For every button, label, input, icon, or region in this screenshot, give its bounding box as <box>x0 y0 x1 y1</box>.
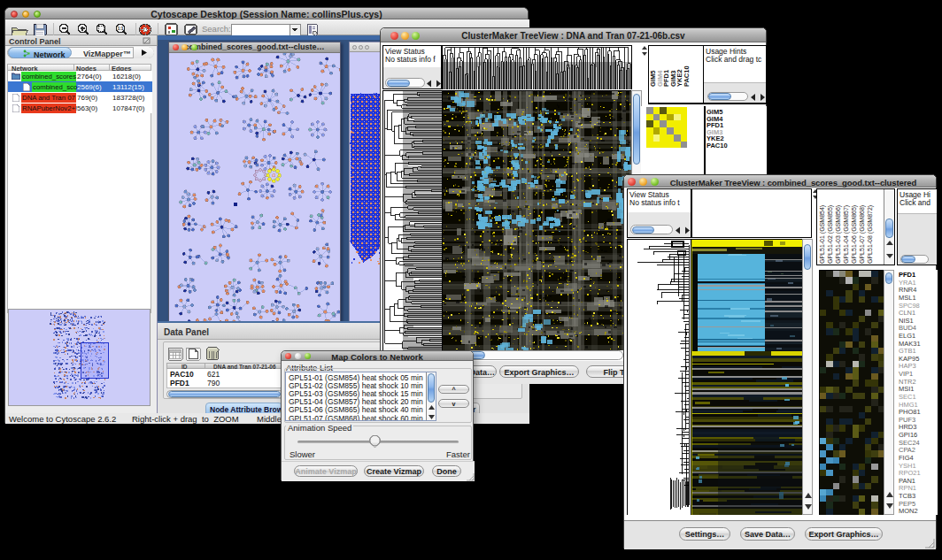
svg-text:GPL51-08 (GSM872): GPL51-08 (GSM872) <box>867 205 874 264</box>
svg-text:PAC10: PAC10 <box>683 65 691 87</box>
svg-text:1:1: 1:1 <box>117 26 123 31</box>
svg-text:GPL51-04 (GSM857): GPL51-04 (GSM857) <box>843 205 850 264</box>
svg-text:GPL51-03 (GSM856): GPL51-03 (GSM856) <box>835 205 842 264</box>
svg-text:Search:: Search: <box>202 24 231 34</box>
svg-text:GPL51-01 (GSM854): GPL51-01 (GSM854) <box>819 205 826 264</box>
svg-text:GPL51-02 (GSM855): GPL51-02 (GSM855) <box>827 205 834 264</box>
svg-text:GPL51-06 (GSM865): GPL51-06 (GSM865) <box>851 205 858 264</box>
svg-text:GPL51-07 (GSM868): GPL51-07 (GSM868) <box>859 205 866 264</box>
